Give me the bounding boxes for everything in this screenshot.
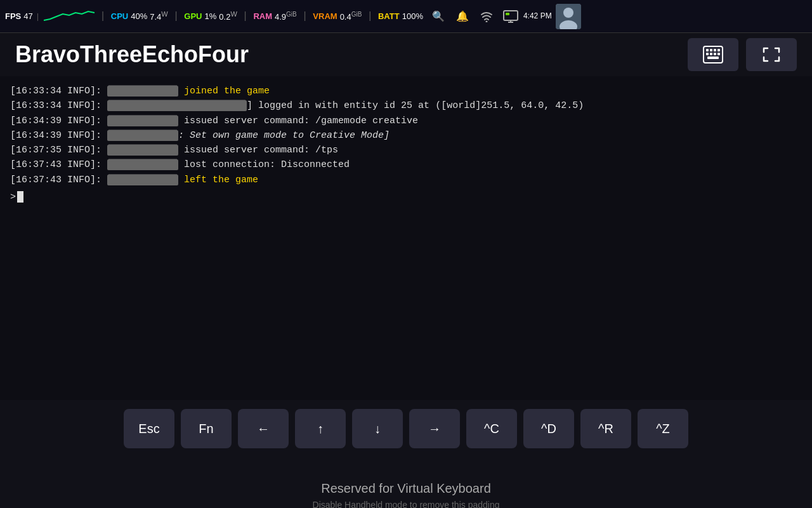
avatar[interactable]	[556, 4, 581, 29]
fps-display: FPS 47 |	[5, 11, 40, 21]
keyboard-key-[interactable]: ↑	[295, 409, 346, 448]
keyboard-key-[interactable]: ←	[238, 409, 289, 448]
log-line: [16:33:34 INFO]: ███████████████████████…	[10, 98, 802, 113]
ram-label: RAM	[253, 11, 272, 21]
topbar-icons: 🔍 🔔	[429, 8, 520, 25]
vk-subtitle: Disable Handheld mode to remove this pad…	[313, 500, 500, 509]
fps-value: 47	[23, 11, 32, 21]
log-line: [16:37:43 INFO]: ████████████ left the g…	[10, 173, 802, 187]
topbar: FPS 47 | | CPU 40% 7.4W | GPU 1% 0.2W | …	[0, 0, 812, 33]
ram-val: 4.9GiB	[275, 11, 297, 22]
gpu-watt: 0.2W	[219, 10, 237, 22]
gpu-display: GPU 1% 0.2W	[184, 10, 237, 22]
gpu-label: GPU	[184, 11, 202, 21]
vram-val: 0.4GiB	[340, 11, 362, 22]
batt-pct: 100%	[402, 11, 423, 21]
svg-point-0	[485, 20, 487, 22]
display-icon[interactable]	[502, 8, 520, 25]
bell-icon[interactable]: 🔔	[454, 8, 471, 25]
vram-label: VRAM	[313, 11, 337, 21]
search-icon[interactable]: 🔍	[429, 8, 447, 25]
log-line: [16:34:39 INFO]: ████████████: Set own g…	[10, 128, 802, 143]
keyboard-key-r[interactable]: ^R	[580, 409, 631, 448]
keyboard-key-d[interactable]: ^D	[523, 409, 574, 448]
ram-display: RAM 4.9GiB	[253, 11, 296, 22]
cpu-pct: 40%	[131, 11, 147, 21]
app-title: BravoThreeEchoFour	[15, 41, 249, 68]
prompt-symbol: >	[10, 190, 16, 204]
batt-display: BATT 100%	[378, 11, 423, 21]
vk-title: Reserved for Virtual Keyboard	[321, 481, 491, 496]
cpu-watt: 7.4W	[150, 10, 167, 22]
console-lines: [16:33:34 INFO]: ████████████ joined the…	[10, 84, 802, 187]
clock-display: 4:42 PM	[523, 11, 552, 22]
keyboard-key-[interactable]: →	[409, 409, 460, 448]
keyboard-key-esc[interactable]: Esc	[124, 409, 174, 448]
keyboard-controls: EscFn←↑↓→^C^D^R^Z	[0, 400, 812, 457]
log-line: [16:37:43 INFO]: ████████████ lost conne…	[10, 157, 802, 172]
svg-point-6	[563, 8, 573, 18]
svg-rect-9	[706, 49, 709, 51]
fps-label: FPS	[5, 11, 21, 21]
titlebar: BravoThreeEchoFour	[0, 33, 812, 76]
svg-rect-12	[717, 49, 720, 51]
console-output[interactable]: [16:33:34 INFO]: ████████████ joined the…	[0, 76, 812, 400]
keyboard-key-z[interactable]: ^Z	[638, 409, 688, 448]
keyboard-toggle-button[interactable]	[688, 38, 738, 71]
log-line: [16:34:39 INFO]: ████████████ issued ser…	[10, 114, 802, 128]
svg-rect-10	[710, 49, 712, 51]
wifi-icon[interactable]	[478, 8, 495, 25]
title-buttons	[688, 38, 797, 71]
virtual-keyboard-notice: Reserved for Virtual Keyboard Disable Ha…	[0, 457, 812, 508]
cursor-block	[17, 191, 23, 203]
vram-display: VRAM 0.4GiB	[313, 11, 362, 22]
cpu-label: CPU	[111, 11, 128, 21]
batt-label: BATT	[378, 11, 400, 21]
log-line: [16:37:35 INFO]: ████████████ issued ser…	[10, 143, 802, 157]
time-value: 4:42 PM	[523, 11, 552, 22]
svg-rect-17	[707, 57, 719, 59]
svg-rect-15	[714, 53, 716, 55]
fps-graph	[44, 8, 95, 25]
main-content: BravoThreeEchoFour	[0, 33, 812, 457]
log-line: [16:33:34 INFO]: ████████████ joined the…	[10, 84, 802, 98]
svg-rect-13	[706, 53, 709, 55]
svg-rect-16	[717, 53, 720, 55]
keyboard-key-[interactable]: ↓	[352, 409, 403, 448]
svg-rect-11	[714, 49, 716, 51]
fullscreen-button[interactable]	[746, 38, 797, 71]
console-prompt-line: >	[10, 190, 802, 204]
keyboard-key-fn[interactable]: Fn	[181, 409, 232, 448]
keyboard-key-c[interactable]: ^C	[466, 409, 517, 448]
svg-rect-4	[506, 13, 509, 15]
cpu-display: CPU 40% 7.4W	[111, 10, 168, 22]
svg-rect-14	[710, 53, 712, 55]
gpu-pct: 1%	[205, 11, 217, 21]
svg-rect-1	[504, 11, 518, 20]
